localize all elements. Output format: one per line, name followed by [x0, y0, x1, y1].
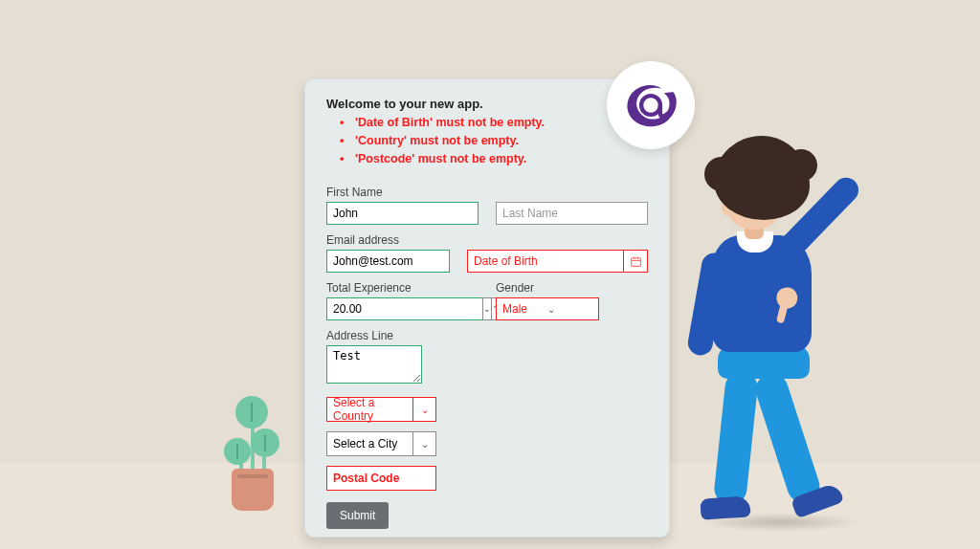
city-select[interactable]: Select a City ⌄ — [326, 431, 436, 456]
dob-input[interactable] — [467, 250, 623, 273]
calendar-icon[interactable] — [623, 250, 648, 273]
postal-input[interactable]: Postal Code — [326, 466, 436, 491]
plant-illustration — [212, 339, 299, 511]
email-label: Email address — [326, 233, 450, 247]
country-select[interactable]: Select a Country ⌄ — [326, 397, 436, 422]
dob-label — [467, 233, 648, 247]
error-item: 'Postcode' must not be empty. — [326, 150, 648, 168]
chevron-down-icon[interactable]: ⌄ — [413, 431, 436, 456]
city-value: Select a City — [326, 431, 413, 456]
form-panel: Welcome to your new app. 'Date of Birth'… — [304, 78, 670, 538]
svg-point-4 — [641, 96, 660, 115]
person-illustration — [670, 136, 880, 538]
experience-stepper[interactable]: ⌄ ⌃ — [326, 297, 460, 320]
error-item: 'Date of Birth' must not be empty. — [326, 114, 648, 132]
welcome-heading: Welcome to your new app. — [326, 97, 648, 111]
address-label: Address Line — [326, 329, 648, 342]
exp-label: Total Experience — [326, 281, 479, 295]
chevron-down-icon: ⌄ — [547, 304, 592, 315]
gender-select[interactable]: Male ⌄ — [496, 297, 599, 320]
chevron-down-icon[interactable]: ⌄ — [482, 297, 491, 320]
validation-summary: 'Date of Birth' must not be empty. 'Coun… — [326, 114, 648, 167]
error-item: 'Country' must not be empty. — [326, 132, 648, 150]
blazor-logo-icon — [607, 61, 695, 149]
last-name-label — [496, 186, 648, 199]
chevron-down-icon[interactable]: ⌄ — [413, 397, 436, 422]
first-name-label: First Name — [326, 186, 479, 199]
email-input[interactable] — [326, 250, 450, 273]
experience-input[interactable] — [326, 297, 482, 320]
last-name-input[interactable] — [496, 202, 648, 225]
gender-value: Male — [502, 302, 547, 316]
svg-rect-0 — [631, 257, 640, 266]
first-name-input[interactable] — [326, 202, 479, 225]
submit-button[interactable]: Submit — [326, 502, 389, 529]
country-value: Select a Country — [326, 397, 413, 422]
address-textarea[interactable] — [326, 345, 422, 384]
gender-label: Gender — [496, 281, 648, 295]
